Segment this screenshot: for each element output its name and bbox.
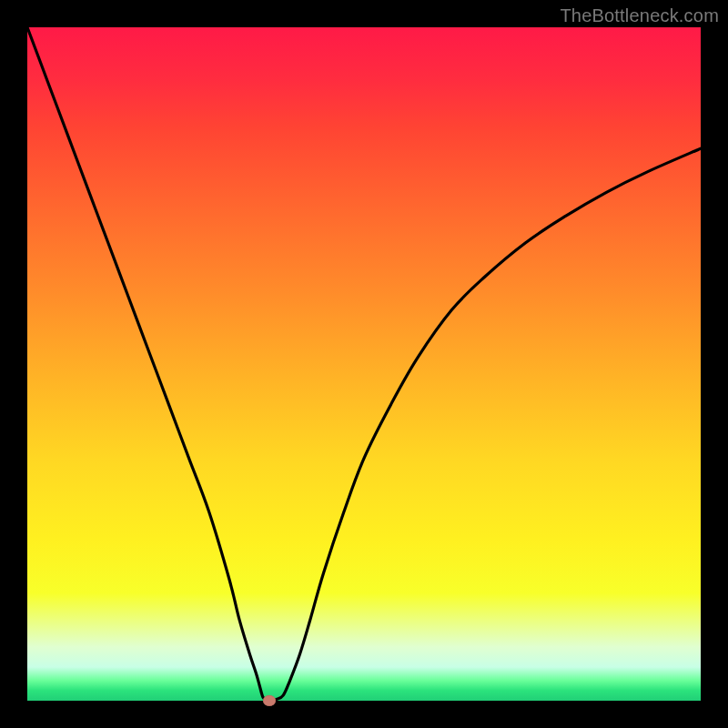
chart-frame: TheBottleneck.com: [0, 0, 728, 728]
watermark-text: TheBottleneck.com: [560, 5, 719, 26]
optimal-point-marker: [263, 695, 276, 706]
plot-area: [27, 27, 701, 701]
bottleneck-curve: [27, 27, 701, 701]
